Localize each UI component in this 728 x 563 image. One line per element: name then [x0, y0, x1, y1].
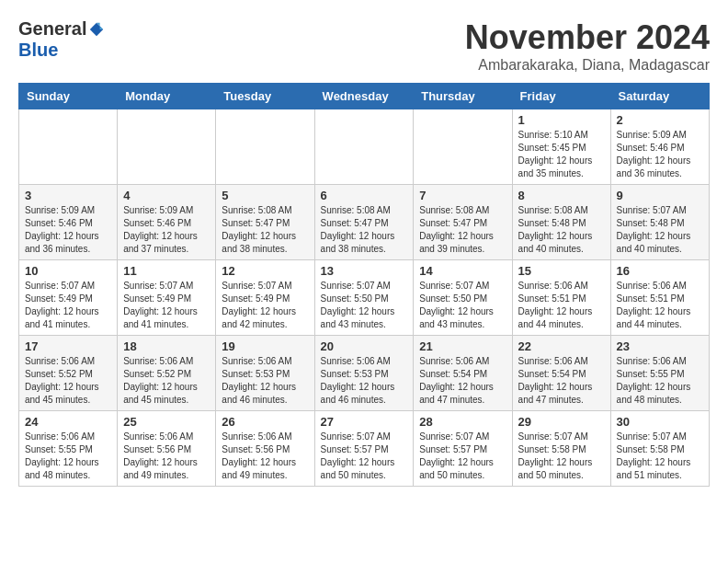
day-info: Sunrise: 5:07 AM Sunset: 5:57 PM Dayligh…	[321, 431, 408, 482]
day-info: Sunrise: 5:07 AM Sunset: 5:49 PM Dayligh…	[222, 280, 308, 331]
logo-general-text: General	[18, 18, 86, 40]
location-subtitle: Ambarakaraka, Diana, Madagascar	[465, 57, 710, 74]
day-info: Sunrise: 5:06 AM Sunset: 5:52 PM Dayligh…	[25, 355, 111, 407]
calendar-header-saturday: Saturday	[610, 84, 709, 109]
calendar-header-sunday: Sunday	[19, 84, 118, 109]
month-title: November 2024	[465, 18, 710, 57]
calendar-week-1: 3Sunrise: 5:09 AM Sunset: 5:46 PM Daylig…	[19, 185, 710, 260]
day-number: 3	[25, 189, 111, 202]
day-number: 24	[25, 415, 111, 429]
day-info: Sunrise: 5:07 AM Sunset: 5:50 PM Dayligh…	[419, 280, 506, 331]
day-info: Sunrise: 5:07 AM Sunset: 5:58 PM Dayligh…	[617, 431, 703, 482]
day-info: Sunrise: 5:06 AM Sunset: 5:53 PM Dayligh…	[222, 355, 308, 407]
calendar-cell: 20Sunrise: 5:06 AM Sunset: 5:53 PM Dayli…	[314, 336, 414, 411]
calendar-cell: 17Sunrise: 5:06 AM Sunset: 5:52 PM Dayli…	[19, 336, 118, 411]
calendar-header-tuesday: Tuesday	[216, 84, 314, 109]
day-number: 17	[25, 339, 111, 353]
day-number: 30	[617, 415, 703, 429]
day-number: 26	[222, 415, 308, 429]
calendar-cell: 15Sunrise: 5:06 AM Sunset: 5:51 PM Dayli…	[512, 260, 610, 336]
day-info: Sunrise: 5:06 AM Sunset: 5:56 PM Dayligh…	[123, 431, 210, 482]
calendar-cell: 9Sunrise: 5:07 AM Sunset: 5:48 PM Daylig…	[610, 185, 709, 260]
day-info: Sunrise: 5:07 AM Sunset: 5:49 PM Dayligh…	[123, 280, 210, 331]
day-info: Sunrise: 5:08 AM Sunset: 5:48 PM Dayligh…	[518, 204, 605, 256]
calendar-cell: 14Sunrise: 5:07 AM Sunset: 5:50 PM Dayli…	[414, 260, 512, 336]
calendar-cell	[314, 109, 414, 185]
day-number: 18	[123, 339, 210, 353]
day-number: 2	[617, 113, 703, 127]
logo-blue-text: Blue	[18, 40, 58, 61]
day-info: Sunrise: 5:06 AM Sunset: 5:55 PM Dayligh…	[617, 355, 703, 407]
calendar-cell: 13Sunrise: 5:07 AM Sunset: 5:50 PM Dayli…	[314, 260, 414, 336]
calendar-cell: 10Sunrise: 5:07 AM Sunset: 5:49 PM Dayli…	[19, 260, 118, 336]
day-number: 28	[419, 415, 506, 429]
day-number: 15	[518, 264, 605, 278]
day-info: Sunrise: 5:06 AM Sunset: 5:55 PM Dayligh…	[25, 431, 111, 482]
day-number: 22	[518, 339, 605, 353]
calendar-cell: 25Sunrise: 5:06 AM Sunset: 5:56 PM Dayli…	[118, 411, 216, 487]
calendar-week-0: 1Sunrise: 5:10 AM Sunset: 5:45 PM Daylig…	[19, 109, 710, 185]
calendar-cell: 23Sunrise: 5:06 AM Sunset: 5:55 PM Dayli…	[610, 336, 709, 411]
calendar-cell: 8Sunrise: 5:08 AM Sunset: 5:48 PM Daylig…	[512, 185, 610, 260]
calendar-cell: 7Sunrise: 5:08 AM Sunset: 5:47 PM Daylig…	[414, 185, 512, 260]
day-info: Sunrise: 5:07 AM Sunset: 5:58 PM Dayligh…	[518, 431, 605, 482]
calendar-table: SundayMondayTuesdayWednesdayThursdayFrid…	[18, 83, 710, 487]
calendar-cell: 11Sunrise: 5:07 AM Sunset: 5:49 PM Dayli…	[118, 260, 216, 336]
day-info: Sunrise: 5:07 AM Sunset: 5:49 PM Dayligh…	[25, 280, 111, 331]
day-info: Sunrise: 5:07 AM Sunset: 5:57 PM Dayligh…	[419, 431, 506, 482]
day-info: Sunrise: 5:09 AM Sunset: 5:46 PM Dayligh…	[617, 129, 703, 180]
day-number: 25	[123, 415, 210, 429]
calendar-cell: 16Sunrise: 5:06 AM Sunset: 5:51 PM Dayli…	[610, 260, 709, 336]
day-info: Sunrise: 5:06 AM Sunset: 5:54 PM Dayligh…	[518, 355, 605, 407]
calendar-cell: 5Sunrise: 5:08 AM Sunset: 5:47 PM Daylig…	[216, 185, 314, 260]
calendar-header-friday: Friday	[512, 84, 610, 109]
calendar-cell: 19Sunrise: 5:06 AM Sunset: 5:53 PM Dayli…	[216, 336, 314, 411]
day-number: 12	[222, 264, 308, 278]
day-number: 1	[518, 113, 605, 127]
calendar-week-4: 24Sunrise: 5:06 AM Sunset: 5:55 PM Dayli…	[19, 411, 710, 487]
day-info: Sunrise: 5:07 AM Sunset: 5:50 PM Dayligh…	[321, 280, 408, 331]
day-number: 13	[321, 264, 408, 278]
calendar-header-thursday: Thursday	[414, 84, 512, 109]
day-info: Sunrise: 5:08 AM Sunset: 5:47 PM Dayligh…	[419, 204, 506, 256]
day-number: 27	[321, 415, 408, 429]
page-header: General Blue November 2024 Ambarakaraka,…	[18, 18, 710, 74]
calendar-cell: 26Sunrise: 5:06 AM Sunset: 5:56 PM Dayli…	[216, 411, 314, 487]
day-info: Sunrise: 5:09 AM Sunset: 5:46 PM Dayligh…	[123, 204, 210, 256]
day-info: Sunrise: 5:06 AM Sunset: 5:53 PM Dayligh…	[321, 355, 408, 407]
day-info: Sunrise: 5:06 AM Sunset: 5:51 PM Dayligh…	[617, 280, 703, 331]
logo: General Blue	[18, 18, 105, 61]
calendar-cell: 22Sunrise: 5:06 AM Sunset: 5:54 PM Dayli…	[512, 336, 610, 411]
day-info: Sunrise: 5:09 AM Sunset: 5:46 PM Dayligh…	[25, 204, 111, 256]
calendar-cell: 18Sunrise: 5:06 AM Sunset: 5:52 PM Dayli…	[118, 336, 216, 411]
calendar-header-monday: Monday	[118, 84, 216, 109]
calendar-cell: 27Sunrise: 5:07 AM Sunset: 5:57 PM Dayli…	[314, 411, 414, 487]
calendar-cell: 4Sunrise: 5:09 AM Sunset: 5:46 PM Daylig…	[118, 185, 216, 260]
day-number: 19	[222, 339, 308, 353]
calendar-cell: 30Sunrise: 5:07 AM Sunset: 5:58 PM Dayli…	[610, 411, 709, 487]
calendar-cell: 21Sunrise: 5:06 AM Sunset: 5:54 PM Dayli…	[414, 336, 512, 411]
calendar-header-row: SundayMondayTuesdayWednesdayThursdayFrid…	[19, 84, 710, 109]
calendar-cell: 3Sunrise: 5:09 AM Sunset: 5:46 PM Daylig…	[19, 185, 118, 260]
day-info: Sunrise: 5:06 AM Sunset: 5:56 PM Dayligh…	[222, 431, 308, 482]
calendar-cell: 29Sunrise: 5:07 AM Sunset: 5:58 PM Dayli…	[512, 411, 610, 487]
day-number: 4	[123, 189, 210, 202]
day-info: Sunrise: 5:06 AM Sunset: 5:51 PM Dayligh…	[518, 280, 605, 331]
day-info: Sunrise: 5:08 AM Sunset: 5:47 PM Dayligh…	[321, 204, 408, 256]
day-number: 20	[321, 339, 408, 353]
day-number: 9	[617, 189, 703, 202]
calendar-cell: 12Sunrise: 5:07 AM Sunset: 5:49 PM Dayli…	[216, 260, 314, 336]
day-number: 6	[321, 189, 408, 202]
calendar-cell: 1Sunrise: 5:10 AM Sunset: 5:45 PM Daylig…	[512, 109, 610, 185]
day-number: 7	[419, 189, 506, 202]
day-number: 5	[222, 189, 308, 202]
logo-icon	[88, 21, 105, 38]
day-info: Sunrise: 5:10 AM Sunset: 5:45 PM Dayligh…	[518, 129, 605, 180]
day-info: Sunrise: 5:06 AM Sunset: 5:52 PM Dayligh…	[123, 355, 210, 407]
calendar-cell: 28Sunrise: 5:07 AM Sunset: 5:57 PM Dayli…	[414, 411, 512, 487]
calendar-cell	[414, 109, 512, 185]
day-number: 11	[123, 264, 210, 278]
day-number: 14	[419, 264, 506, 278]
day-info: Sunrise: 5:08 AM Sunset: 5:47 PM Dayligh…	[222, 204, 308, 256]
day-number: 10	[25, 264, 111, 278]
